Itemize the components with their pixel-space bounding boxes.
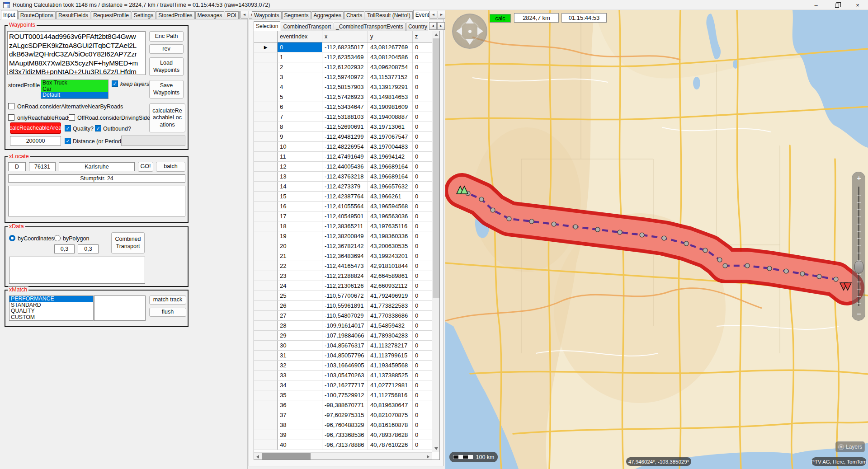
row-header[interactable]: [254, 72, 278, 82]
cell[interactable]: 0: [413, 301, 433, 310]
offroad-checkbox[interactable]: [69, 114, 75, 121]
cell[interactable]: -112,49481299: [322, 132, 368, 141]
cell[interactable]: 42,660932112: [368, 281, 413, 291]
tab-segments[interactable]: Segments: [282, 11, 311, 19]
cell[interactable]: 3: [278, 72, 322, 82]
cell[interactable]: -112,57426923: [322, 92, 368, 102]
cell[interactable]: 41,027712981: [368, 380, 413, 390]
cell[interactable]: 0: [413, 231, 433, 241]
tab-scroll-left-icon[interactable]: ◄: [241, 11, 248, 19]
xdata-value1-input[interactable]: 0,3: [54, 244, 75, 253]
cell[interactable]: 0: [413, 321, 433, 330]
cell[interactable]: 41,113799615: [368, 351, 413, 360]
row-header[interactable]: [254, 291, 278, 300]
cell[interactable]: 30: [278, 341, 322, 350]
cell[interactable]: 0: [413, 351, 433, 360]
cell[interactable]: 43,196689164: [368, 162, 413, 171]
cell[interactable]: 10: [278, 142, 322, 151]
cell[interactable]: 25: [278, 291, 322, 300]
table-row[interactable]: 38-96,76048832940,8161608780: [254, 420, 433, 430]
cell[interactable]: 12: [278, 162, 322, 171]
cell[interactable]: 28: [278, 321, 322, 330]
tab-messages[interactable]: Messages: [195, 11, 225, 19]
save-waypoints-button[interactable]: Save Waypoints: [149, 80, 184, 98]
cell[interactable]: -112,62353469: [322, 52, 368, 62]
table-row[interactable]: 36-98,38867077140,8196306470: [254, 400, 433, 410]
table-row[interactable]: 28-109,9161401741,548594320: [254, 321, 433, 331]
cell[interactable]: 0: [413, 341, 433, 350]
cell[interactable]: 43,115377152: [368, 72, 413, 82]
cell[interactable]: 43,149814653: [368, 92, 413, 102]
profile-item-box-truck[interactable]: Box Truck: [41, 80, 108, 86]
map-canvas[interactable]: calc 2824,7 km 01.15:44:53 + – 100 km 47…: [445, 10, 868, 469]
calc-button[interactable]: calc: [490, 14, 511, 23]
cell[interactable]: 8: [278, 122, 322, 131]
calculate-reachable-locations-button[interactable]: calculateReachableLocations: [149, 103, 185, 132]
cell[interactable]: 43,194008887: [368, 112, 413, 122]
table-row[interactable]: 17-112,4054950143,1965630360: [254, 211, 433, 221]
row-header[interactable]: [254, 380, 278, 390]
cell[interactable]: 0: [413, 410, 433, 420]
cell[interactable]: 41,770338686: [368, 311, 413, 320]
cell[interactable]: 41,193459568: [368, 361, 413, 370]
table-row[interactable]: 27-110,5480702941,7703386860: [254, 311, 433, 321]
zoom-out-icon[interactable]: –: [852, 310, 866, 319]
cell[interactable]: -112,21306126: [322, 281, 368, 291]
row-header[interactable]: [254, 152, 278, 161]
match-track-button[interactable]: match track: [149, 295, 186, 305]
row-header[interactable]: [254, 62, 278, 72]
zoom-in-icon[interactable]: +: [852, 174, 866, 184]
pan-right-icon[interactable]: [477, 27, 483, 35]
column-header-eventIndex[interactable]: eventIndex: [278, 31, 322, 42]
tab-routeoptions[interactable]: RouteOptions: [18, 11, 56, 19]
cell[interactable]: 36: [278, 400, 322, 410]
by-polygon-radio[interactable]: [54, 235, 61, 241]
table-row[interactable]: 21-112,3648369443,1992432010: [254, 251, 433, 261]
tab-poi[interactable]: POI: [225, 11, 239, 19]
flush-button[interactable]: flush: [149, 308, 186, 317]
table-row[interactable]: 32-103,1664690541,1934595680: [254, 361, 433, 371]
tab-scroll-right-icon[interactable]: ►: [437, 22, 445, 30]
cell[interactable]: -98,388670771: [322, 400, 368, 410]
cell[interactable]: 35: [278, 390, 322, 400]
scrollbar-left-icon[interactable]: [256, 455, 259, 459]
cell[interactable]: 18: [278, 221, 322, 231]
cell[interactable]: 31: [278, 351, 322, 360]
cell[interactable]: 40: [278, 440, 322, 450]
cell[interactable]: -112,53434647: [322, 102, 368, 112]
cell[interactable]: 0: [413, 420, 433, 430]
table-row[interactable]: 22-112,4416547342,9181018440: [254, 261, 433, 271]
scrollbar-down-icon[interactable]: [434, 447, 438, 450]
cell[interactable]: -112,61202932: [322, 62, 368, 72]
cell[interactable]: -112,40549501: [322, 211, 368, 221]
table-row[interactable]: 35-100,7752991241,1127568160: [254, 390, 433, 400]
cell[interactable]: 40,819630647: [368, 400, 413, 410]
map-distance-field[interactable]: 2824,7 km: [514, 13, 559, 23]
cell[interactable]: 40,787610226: [368, 440, 413, 450]
tab-tollresult-netto-[interactable]: TollResult (Netto!): [365, 11, 412, 19]
cell[interactable]: 41,112756816: [368, 390, 413, 400]
row-header[interactable]: [254, 251, 278, 261]
cell[interactable]: 16: [278, 202, 322, 211]
cell[interactable]: 43,200630535: [368, 241, 413, 251]
row-header[interactable]: [254, 281, 278, 291]
table-row[interactable]: 10-112,4822695443,1970044830: [254, 142, 433, 152]
cell[interactable]: -110,54807029: [322, 311, 368, 320]
cell[interactable]: 26: [278, 301, 322, 310]
row-header[interactable]: [254, 241, 278, 251]
table-row[interactable]: 16-112,4105556443,1965945680: [254, 202, 433, 211]
table-row[interactable]: 34-102,1627771741,0277129810: [254, 380, 433, 390]
table-row[interactable]: 14-112,427337943,1966576320: [254, 182, 433, 192]
cell[interactable]: 0: [413, 361, 433, 370]
layers-button[interactable]: ▼ Layers: [835, 441, 865, 452]
cell[interactable]: -112,36483694: [322, 251, 368, 261]
row-header[interactable]: [254, 192, 278, 201]
table-row[interactable]: 6-112,5343464743,1909816090: [254, 102, 433, 112]
cell[interactable]: -103,16646905: [322, 361, 368, 370]
horizontal-scrollbar-thumb[interactable]: [262, 453, 311, 460]
cell[interactable]: 0: [413, 42, 433, 52]
scrollbar-right-icon[interactable]: [427, 455, 429, 459]
enc-path-button[interactable]: Enc Path: [149, 31, 184, 42]
cell[interactable]: -96,731378886: [322, 440, 368, 450]
onroad-checkbox[interactable]: [8, 103, 14, 109]
